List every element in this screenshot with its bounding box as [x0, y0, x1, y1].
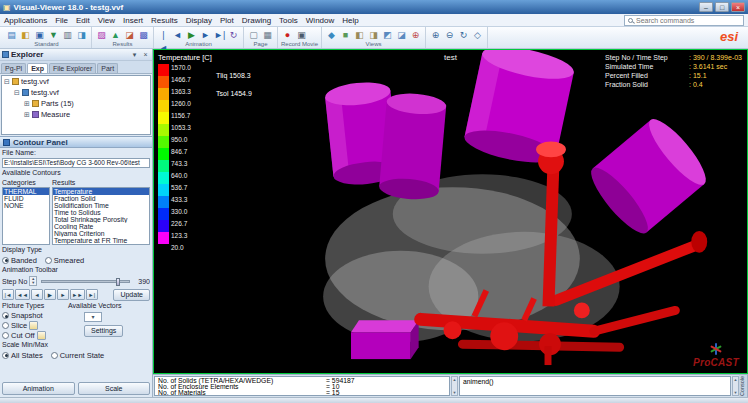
new-page-icon[interactable]: ▢: [247, 28, 260, 41]
vector-plot-icon[interactable]: ▲: [109, 28, 122, 41]
menu-item[interactable]: View: [94, 16, 119, 25]
category-item[interactable]: NONE: [3, 202, 49, 209]
command-console[interactable]: animend(): [459, 376, 731, 396]
result-item[interactable]: Total Shrinkage Porosity: [53, 216, 149, 223]
left-view-icon[interactable]: ◧: [353, 28, 366, 41]
explorer-tab[interactable]: File Explorer: [49, 63, 96, 73]
next-frame-icon[interactable]: ►: [199, 28, 212, 41]
display-type-radio[interactable]: Smeared: [45, 256, 84, 265]
picture-type-option[interactable]: Slice: [2, 321, 80, 330]
step-spinner[interactable]: ▲ ▼: [29, 276, 37, 286]
menu-item[interactable]: Edit: [72, 16, 94, 25]
message-console[interactable]: No. of Solids (TETRA/HEXA/WEDGE) = 59418…: [154, 376, 450, 396]
menu-item[interactable]: Window: [302, 16, 338, 25]
vector-dropdown[interactable]: ▾: [84, 312, 102, 322]
spin-down-icon[interactable]: ▼: [30, 281, 36, 285]
search-commands-input[interactable]: [636, 17, 740, 24]
slider-thumb[interactable]: [116, 278, 120, 286]
top-view-icon[interactable]: ◩: [381, 28, 394, 41]
animation-button[interactable]: Animation: [2, 382, 75, 395]
cut-plane-icon[interactable]: ◪: [123, 28, 136, 41]
first-frame-icon[interactable]: |◄: [157, 28, 170, 41]
step-forward-button[interactable]: ►: [57, 289, 69, 300]
xy-plot-icon[interactable]: ▩: [137, 28, 150, 41]
snapshot-icon[interactable]: ▣: [295, 28, 308, 41]
new-layout-icon[interactable]: ▤: [5, 28, 18, 41]
menu-item[interactable]: Drawing: [238, 16, 275, 25]
minimize-button[interactable]: –: [699, 2, 713, 12]
previous-frame-icon[interactable]: ◄: [171, 28, 184, 41]
tree-item[interactable]: ⊟ testg.vvf: [2, 87, 150, 98]
loop-icon[interactable]: ↻: [227, 28, 240, 41]
viewport-3d[interactable]: test Temperature [C] 1570.0: [153, 49, 748, 374]
result-item[interactable]: Temperature: [53, 188, 149, 195]
iso-view-icon[interactable]: ◆: [325, 28, 338, 41]
zoom-in-icon[interactable]: ⊕: [429, 28, 442, 41]
tree-item[interactable]: ⊞ Measure: [2, 109, 150, 120]
front-view-icon[interactable]: ■: [339, 28, 352, 41]
bottom-view-icon[interactable]: ◪: [395, 28, 408, 41]
scale-option-radio[interactable]: Current State: [51, 351, 105, 360]
step-slider[interactable]: [41, 280, 130, 283]
result-item[interactable]: Solidification Time: [53, 202, 149, 209]
scroll-down-icon[interactable]: ▼: [452, 390, 457, 395]
menu-item[interactable]: Plot: [216, 16, 238, 25]
result-item[interactable]: Temperature at FR Time: [53, 237, 149, 244]
explorer-tab[interactable]: Part: [97, 63, 118, 73]
play-button[interactable]: ▶: [44, 289, 56, 300]
scroll-up-icon[interactable]: ▲: [733, 377, 738, 382]
scale-button[interactable]: Scale: [78, 382, 151, 395]
picture-type-settings-icon[interactable]: [37, 331, 46, 340]
maximize-button[interactable]: □: [715, 2, 729, 12]
save-icon[interactable]: ▣: [33, 28, 46, 41]
frame-icon[interactable]: ◇: [471, 28, 484, 41]
step-back-button[interactable]: ◄: [31, 289, 43, 300]
close-button[interactable]: ×: [731, 2, 745, 12]
category-item[interactable]: THERMAL: [3, 188, 49, 195]
display-type-radio[interactable]: Banded: [2, 256, 37, 265]
fast-backward-button[interactable]: ◄◄: [15, 289, 30, 300]
fast-forward-button[interactable]: ►►: [70, 289, 85, 300]
update-button[interactable]: Update: [113, 289, 150, 301]
console-tab[interactable]: Console: [739, 375, 748, 397]
import-icon[interactable]: ▼: [47, 28, 60, 41]
panel-close-icon[interactable]: ×: [141, 51, 150, 58]
open-icon[interactable]: ◧: [19, 28, 32, 41]
picture-type-option[interactable]: Cut Off: [2, 331, 80, 340]
menu-item[interactable]: Insert: [119, 16, 147, 25]
tree-expander-icon[interactable]: ⊞: [24, 100, 30, 108]
menu-item[interactable]: File: [51, 16, 72, 25]
record-icon[interactable]: ●: [281, 28, 294, 41]
result-item[interactable]: Niyama Criterion: [53, 230, 149, 237]
menu-item[interactable]: Applications: [0, 16, 51, 25]
command-scrollbar[interactable]: ▲ ▼: [732, 376, 739, 396]
settings-button[interactable]: Settings: [84, 325, 123, 337]
result-item[interactable]: Fraction Solid: [53, 195, 149, 202]
rotate-icon[interactable]: ↻: [457, 28, 470, 41]
fit-view-icon[interactable]: ⊕: [409, 28, 422, 41]
last-frame-icon[interactable]: ►|: [213, 28, 226, 41]
result-item[interactable]: Time to Solidus: [53, 209, 149, 216]
scroll-down-icon[interactable]: ▼: [733, 390, 738, 395]
scale-option-radio[interactable]: All States: [2, 351, 43, 360]
explorer-tab[interactable]: Pg-Pl: [1, 63, 26, 73]
menu-item[interactable]: Display: [182, 16, 216, 25]
panel-menu-icon[interactable]: ▾: [130, 51, 139, 59]
picture-type-option[interactable]: Snapshot: [2, 311, 80, 320]
print-icon[interactable]: ▥: [61, 28, 74, 41]
picture-type-settings-icon[interactable]: [29, 321, 38, 330]
menu-item[interactable]: Help: [338, 16, 362, 25]
category-item[interactable]: FLUID: [3, 195, 49, 202]
contour-panel-header[interactable]: Contour Panel: [0, 136, 152, 148]
menu-item[interactable]: Results: [147, 16, 182, 25]
play-icon[interactable]: ▶: [185, 28, 198, 41]
page-setup-icon[interactable]: ▦: [261, 28, 274, 41]
tree-item[interactable]: ⊟ testg.vvf: [2, 76, 150, 87]
first-frame-button[interactable]: |◄: [2, 289, 14, 300]
tree-expander-icon[interactable]: ⊞: [24, 111, 30, 119]
copy-icon[interactable]: ◨: [75, 28, 88, 41]
tree-expander-icon[interactable]: ⊟: [4, 78, 10, 86]
tree-item[interactable]: ⊞ Parts (15): [2, 98, 150, 109]
zoom-out-icon[interactable]: ⊖: [443, 28, 456, 41]
result-item[interactable]: Cooling Rate: [53, 223, 149, 230]
